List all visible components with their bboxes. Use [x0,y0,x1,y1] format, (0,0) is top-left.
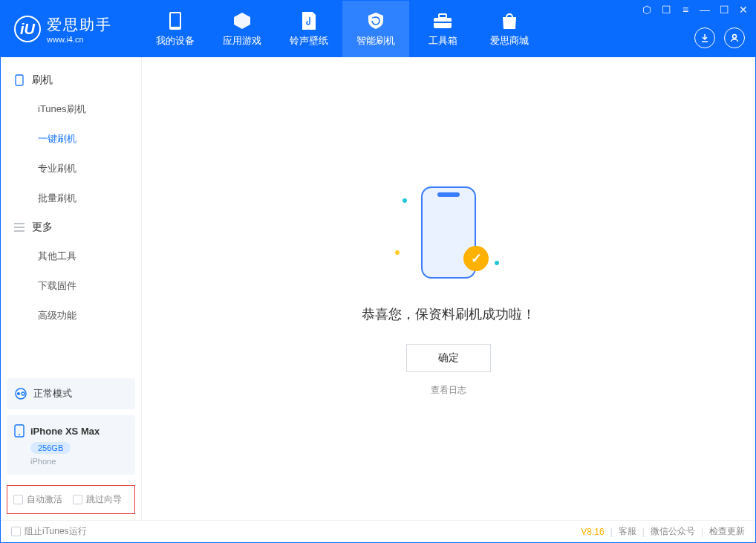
logo-icon: iU [14,16,41,42]
svg-point-11 [19,434,20,435]
svg-point-9 [22,392,25,395]
sidebar-item-itunes-flash[interactable]: iTunes刷机 [1,94,141,124]
checkbox-label: 自动激活 [27,493,62,506]
sidebar-item-batch-flash[interactable]: 批量刷机 [1,183,141,213]
nav-flash[interactable]: 智能刷机 [342,1,409,57]
device-mode-status[interactable]: 正常模式 [7,378,135,409]
sidebar: 刷机 iTunes刷机 一键刷机 专业刷机 批量刷机 更多 其他工具 下载固件 … [1,57,142,520]
success-illustration: ✓ [389,181,508,284]
nav-label: 爱思商城 [490,34,529,48]
main-content: ✓ 恭喜您，保资料刷机成功啦！ 确定 查看日志 [142,57,755,520]
maximize-button[interactable]: ☐ [718,4,730,16]
checkbox-label: 阻止iTunes运行 [25,525,87,538]
checkbox-box [13,495,23,504]
nav-label: 我的设备 [156,34,195,48]
header: iU 爱思助手 www.i4.cn 我的设备 应用游戏 铃声壁纸 智能刷机 [1,1,755,57]
music-file-icon [299,10,319,31]
nav-my-device[interactable]: 我的设备 [142,1,209,57]
svg-rect-3 [439,14,446,18]
sidebar-item-download-fw[interactable]: 下载固件 [1,271,141,301]
header-right-buttons [694,27,745,48]
sidebar-group-label: 刷机 [32,74,53,87]
nav-store[interactable]: 爱思商城 [476,1,543,57]
sidebar-item-pro-flash[interactable]: 专业刷机 [1,154,141,183]
svg-rect-6 [16,75,23,85]
check-badge-icon: ✓ [463,246,489,271]
ok-button[interactable]: 确定 [406,344,491,372]
checkbox-auto-activate[interactable]: 自动激活 [13,493,62,506]
version-label: V8.16 [581,527,604,537]
sidebar-group-label: 更多 [32,221,53,234]
svg-point-8 [17,392,20,395]
view-log-link[interactable]: 查看日志 [431,384,466,397]
checkbox-block-itunes[interactable]: 阻止iTunes运行 [11,525,87,538]
checkbox-box [11,527,21,536]
success-message: 恭喜您，保资料刷机成功啦！ [362,305,535,323]
logo[interactable]: iU 爱思助手 www.i4.cn [1,15,142,44]
sidebar-item-onekey-flash[interactable]: 一键刷机 [1,124,141,154]
logo-text: 爱思助手 www.i4.cn [47,15,112,44]
close-button[interactable]: ✕ [737,4,749,16]
device-phone-icon [14,424,25,438]
device-type: iPhone [30,457,128,466]
footer-service-link[interactable]: 客服 [619,525,636,538]
nav-ringtone[interactable]: 铃声壁纸 [276,1,342,57]
checkbox-skip-guide[interactable]: 跳过向导 [73,493,122,506]
status-icon [14,387,27,400]
sidebar-group-flash[interactable]: 刷机 [1,66,141,94]
device-name: iPhone XS Max [30,426,100,437]
user-button[interactable] [724,27,745,48]
nav-label: 工具箱 [428,34,457,48]
download-button[interactable] [694,27,715,48]
toolbox-icon [432,10,453,31]
phone-icon [14,75,25,85]
top-nav: 我的设备 应用游戏 铃声壁纸 智能刷机 工具箱 爱思商城 [142,1,543,57]
footer-wechat-link[interactable]: 微信公众号 [651,525,695,538]
svg-rect-1 [171,13,180,27]
sidebar-group-more[interactable]: 更多 [1,213,141,241]
list-icon [14,222,25,233]
nav-apps[interactable]: 应用游戏 [209,1,276,57]
nav-toolbox[interactable]: 工具箱 [409,1,476,57]
footer-update-link[interactable]: 检查更新 [709,525,745,538]
svg-point-5 [733,35,737,39]
svg-rect-4 [434,22,452,23]
menu-icon[interactable]: ≡ [680,4,691,16]
minimize-button[interactable]: — [699,4,711,16]
status-label: 正常模式 [33,387,72,400]
shield-refresh-icon [365,10,386,31]
nav-label: 智能刷机 [356,34,395,48]
feedback-icon[interactable]: ☐ [660,4,672,16]
device-card[interactable]: iPhone XS Max 256GB iPhone [7,415,135,475]
checkbox-label: 跳过向导 [86,493,122,506]
nav-label: 铃声壁纸 [290,34,328,48]
cube-icon [232,10,252,31]
checkbox-box [73,495,82,504]
device-storage: 256GB [30,442,71,454]
sidebar-item-other-tools[interactable]: 其他工具 [1,241,141,271]
window-controls: ⬡ ☐ ≡ — ☐ ✕ [641,4,749,16]
bag-icon [499,10,520,31]
skin-icon[interactable]: ⬡ [641,4,653,16]
device-icon [165,10,186,31]
nav-label: 应用游戏 [223,34,261,48]
sidebar-item-advanced[interactable]: 高级功能 [1,301,141,331]
footer: 阻止iTunes运行 V8.16 | 客服 | 微信公众号 | 检查更新 [1,520,755,542]
highlight-options: 自动激活 跳过向导 [7,485,135,514]
